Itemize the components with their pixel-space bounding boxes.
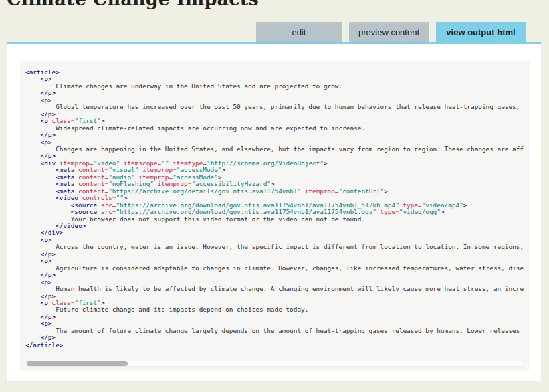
tab-view-output-html[interactable]: view output html xyxy=(436,22,526,42)
code-line: The amount of future climate change larg… xyxy=(25,328,524,334)
code-line: <p> xyxy=(25,258,524,264)
code-line: <article> xyxy=(25,69,524,76)
code-line: Across the country, water is an issue. H… xyxy=(25,243,524,250)
code-line: Human health is likely to be affected by… xyxy=(25,286,524,292)
code-line: <meta content="audio" itemprop="accessMo… xyxy=(25,174,524,181)
code-line: Global temperature has increased over th… xyxy=(25,104,524,110)
code-line: <p class="first"> xyxy=(25,118,524,124)
code-line: Widespread climate-related impacts are o… xyxy=(25,125,524,132)
code-line: <p> xyxy=(25,97,524,104)
code-line: </p> xyxy=(25,251,524,258)
code-line: <p> xyxy=(25,76,524,82)
code-line: Your browser does not support this video… xyxy=(25,216,524,223)
tab-edit[interactable]: edit xyxy=(256,22,342,42)
code-line: <source src="https://archive.org/downloa… xyxy=(25,202,524,209)
code-line: <div itemprop="video" itemscope="" itemt… xyxy=(25,160,524,167)
code-line: </p> xyxy=(25,334,524,341)
code-line: <meta content="noFlashing" itemprop="acc… xyxy=(25,181,524,187)
output-panel: <article> <p> Climate changes are underw… xyxy=(7,42,541,381)
code-wrap: <article> <p> Climate changes are underw… xyxy=(20,61,530,370)
code-line: <video controls=""> xyxy=(25,195,524,201)
code-view: <article> <p> Climate changes are underw… xyxy=(20,61,530,349)
code-line: </p> xyxy=(25,111,524,118)
code-line: <p> xyxy=(25,320,524,327)
code-line: </p> xyxy=(25,314,524,320)
code-line: </video> xyxy=(25,223,524,229)
code-line: Climate changes are underway in the Unit… xyxy=(25,83,524,90)
horizontal-scrollbar-thumb[interactable] xyxy=(27,361,128,366)
code-line: </p> xyxy=(25,153,524,159)
code-line: </p> xyxy=(25,132,524,138)
code-line: <p class="first"> xyxy=(25,300,524,306)
code-line: Agriculture is considered adaptable to c… xyxy=(25,265,524,272)
code-line: Changes are happening in the United Stat… xyxy=(25,146,524,153)
code-line: </p> xyxy=(25,90,524,96)
code-line: Future climate change and its impacts de… xyxy=(25,306,524,313)
code-line: <meta content="visual" itemprop="accessM… xyxy=(25,167,524,173)
horizontal-scrollbar[interactable] xyxy=(25,361,524,367)
code-line: </p> xyxy=(25,293,524,300)
page-title: Climate Change Impacts xyxy=(7,0,259,9)
code-line: <meta content="https://archive.org/detai… xyxy=(25,188,524,195)
code-line: <p> xyxy=(25,139,524,146)
code-line: </div> xyxy=(25,229,524,236)
code-line: </article> xyxy=(25,342,524,349)
code-line: <p> xyxy=(25,237,524,243)
tab-preview-content[interactable]: preview content xyxy=(349,22,429,42)
code-line: <p> xyxy=(25,279,524,286)
code-line: <source src="https://archive.org/downloa… xyxy=(25,209,524,215)
code-line: </p> xyxy=(25,272,524,278)
tab-bar: editpreview contentview output html xyxy=(7,22,541,42)
